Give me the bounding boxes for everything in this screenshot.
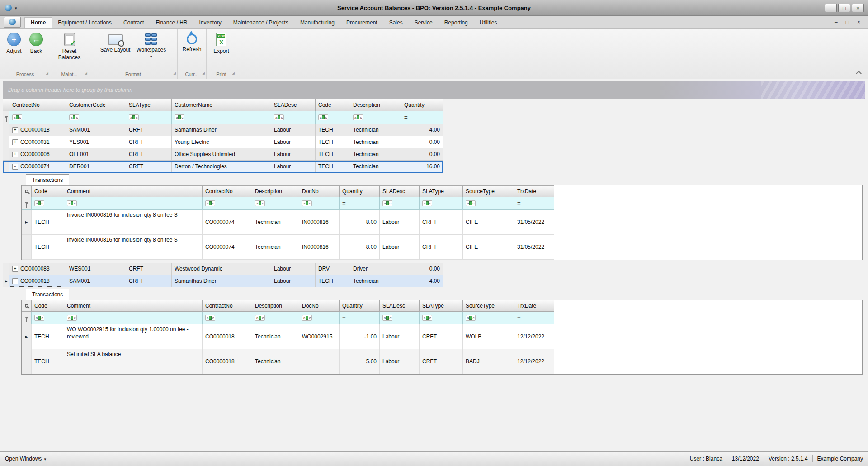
filter-description[interactable]: ac <box>252 312 299 324</box>
save-layout-button[interactable]: Save Layout <box>98 31 133 71</box>
column-header-sladesc[interactable]: SLADesc <box>380 185 420 197</box>
column-header-sourcetype[interactable]: SourceType <box>463 300 514 312</box>
column-header-code[interactable]: Code <box>316 99 350 111</box>
collapse-row-icon[interactable]: - <box>12 164 18 170</box>
table-row[interactable]: TECH Set initial SLA balance CO0000018 T… <box>22 349 862 374</box>
tab-service[interactable]: Service <box>409 17 439 28</box>
maximize-button[interactable]: □ <box>838 4 850 12</box>
workspaces-button[interactable]: Workspaces ▾ <box>134 31 168 71</box>
filter-slatype[interactable]: ac <box>126 111 172 124</box>
mdi-close-button[interactable]: × <box>857 19 860 25</box>
column-header-slatype[interactable]: SLAType <box>420 185 463 197</box>
minimize-button[interactable]: – <box>825 4 837 12</box>
column-header-contractno[interactable]: ContractNo <box>9 99 66 111</box>
dialog-launcher-icon[interactable]: ◢ <box>85 70 87 77</box>
dialog-launcher-icon[interactable]: ◢ <box>203 70 205 77</box>
tab-contract[interactable]: Contract <box>118 17 150 28</box>
column-header-quantity[interactable]: Quantity <box>401 99 443 111</box>
tab-equipment-locations[interactable]: Equipment / Locations <box>52 17 118 28</box>
open-windows-dropdown[interactable]: Open Windows▾ <box>5 456 46 462</box>
expand-row-icon[interactable]: + <box>12 152 18 157</box>
filter-code[interactable]: ac <box>32 197 64 210</box>
filter-docno[interactable]: ac <box>299 197 340 210</box>
filter-quantity[interactable]: = <box>340 197 380 210</box>
column-header-contractno[interactable]: ContractNo <box>203 300 252 312</box>
column-header-customername[interactable]: CustomerName <box>172 99 271 111</box>
column-header-sourcetype[interactable]: SourceType <box>463 185 514 197</box>
filter-sourcetype[interactable]: ac <box>463 197 514 210</box>
column-header-docno[interactable]: DocNo <box>299 300 340 312</box>
filter-customername[interactable]: ac <box>172 111 271 124</box>
tab-transactions[interactable]: Transactions <box>26 174 69 185</box>
column-header-customercode[interactable]: CustomerCode <box>66 99 126 111</box>
filter-docno[interactable]: ac <box>299 312 340 324</box>
column-header-description[interactable]: Description <box>350 99 401 111</box>
column-header-trxdate[interactable]: TrxDate <box>514 300 554 312</box>
tab-inventory[interactable]: Inventory <box>193 17 227 28</box>
column-header-comment[interactable]: Comment <box>64 185 203 197</box>
refresh-button[interactable]: Refresh <box>180 31 203 71</box>
tab-manufacturing[interactable]: Manufacturing <box>294 17 340 28</box>
filter-trxdate[interactable]: = <box>514 197 554 210</box>
table-row[interactable]: + CO0000083 WES001 CRFT Westwood Dynamic… <box>3 263 443 275</box>
filter-description[interactable]: ac <box>350 111 401 124</box>
group-by-panel[interactable]: Drag a column header here to group by th… <box>3 81 865 99</box>
back-button[interactable]: ← Back <box>26 31 47 71</box>
expand-row-icon[interactable]: + <box>12 139 18 145</box>
table-row[interactable]: TECH Invoice IN0000816 for inclusion qty… <box>22 235 862 260</box>
column-header-code[interactable]: Code <box>32 185 64 197</box>
tab-transactions[interactable]: Transactions <box>26 289 69 300</box>
adjust-button[interactable]: + Adjust <box>4 31 24 71</box>
filter-comment[interactable]: ac <box>64 197 203 210</box>
table-row-focused[interactable]: ▶ - CO0000018 SAM001 CRFT Samanthas Dine… <box>3 275 443 287</box>
filter-quantity[interactable]: = <box>401 111 443 124</box>
expand-row-icon[interactable]: + <box>12 127 18 133</box>
column-header-code[interactable]: Code <box>32 300 64 312</box>
column-header-comment[interactable]: Comment <box>64 300 203 312</box>
column-header-slatype[interactable]: SLAType <box>126 99 172 111</box>
table-row[interactable]: ▶ TECH WO WO0002915 for inclusion qty 1.… <box>22 324 862 349</box>
filter-contractno[interactable]: ac <box>9 111 66 124</box>
application-menu-button[interactable] <box>4 17 21 28</box>
close-button[interactable]: × <box>852 4 864 12</box>
table-row[interactable]: + CO0000018 SAM001 CRFT Samanthas Diner … <box>3 124 443 136</box>
tab-procurement[interactable]: Procurement <box>340 17 383 28</box>
collapse-row-icon[interactable]: - <box>12 278 18 284</box>
column-header-trxdate[interactable]: TrxDate <box>514 185 554 197</box>
filter-customercode[interactable]: ac <box>66 111 126 124</box>
collapse-ribbon-icon[interactable] <box>856 70 860 74</box>
filter-code[interactable]: ac <box>32 312 64 324</box>
table-row[interactable]: + CO0000031 YES001 CRFT Young Electric L… <box>3 136 443 148</box>
mdi-restore-button[interactable]: □ <box>846 19 849 25</box>
tab-sales[interactable]: Sales <box>383 17 409 28</box>
filter-contractno[interactable]: ac <box>203 197 252 210</box>
export-button[interactable]: XLSX Export <box>211 31 232 71</box>
column-header-contractno[interactable]: ContractNo <box>203 185 252 197</box>
tab-finance-hr[interactable]: Finance / HR <box>150 17 193 28</box>
filter-slatype[interactable]: ac <box>420 197 463 210</box>
dialog-launcher-icon[interactable]: ◢ <box>174 70 176 77</box>
filter-comment[interactable]: ac <box>64 312 203 324</box>
filter-code[interactable]: ac <box>316 111 350 124</box>
column-header-sladesc[interactable]: SLADesc <box>380 300 420 312</box>
detail-search-cell[interactable] <box>22 185 32 197</box>
column-header-docno[interactable]: DocNo <box>299 185 340 197</box>
filter-contractno[interactable]: ac <box>203 312 252 324</box>
filter-sladesc[interactable]: ac <box>380 197 420 210</box>
filter-sourcetype[interactable]: ac <box>463 312 514 324</box>
column-header-quantity[interactable]: Quantity <box>340 300 380 312</box>
tab-home[interactable]: Home <box>24 17 52 28</box>
tab-utilities[interactable]: Utilities <box>474 17 503 28</box>
column-header-slatype[interactable]: SLAType <box>420 300 463 312</box>
tab-maintenance-projects[interactable]: Maintenance / Projects <box>227 17 294 28</box>
mdi-minimize-button[interactable]: – <box>835 19 838 25</box>
dialog-launcher-icon[interactable]: ◢ <box>46 70 48 77</box>
filter-trxdate[interactable]: = <box>514 312 554 324</box>
table-row[interactable]: ▶ TECH Invoice IN0000816 for inclusion q… <box>22 210 862 235</box>
column-header-quantity[interactable]: Quantity <box>340 185 380 197</box>
filter-slatype[interactable]: ac <box>420 312 463 324</box>
column-header-sladesc[interactable]: SLADesc <box>271 99 316 111</box>
filter-quantity[interactable]: = <box>340 312 380 324</box>
reset-balances-button[interactable]: Reset Balances <box>50 31 89 71</box>
quick-access-dropdown-icon[interactable]: ▾ <box>15 6 17 10</box>
